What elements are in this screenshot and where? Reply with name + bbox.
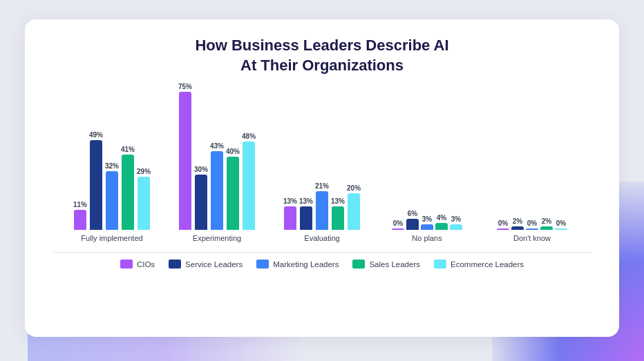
chart-card: How Business Leaders Describe AI At Thei… [25,19,619,337]
chart-title: How Business Leaders Describe AI At Thei… [53,36,591,75]
bar-wrap: 41% [121,146,135,230]
legend-item: CIOs [120,260,155,269]
bar-value-label: 0% [527,219,537,227]
bar-value-label: 0% [556,219,566,227]
legend-item: Service Leaders [169,260,243,269]
bar-rect [179,92,191,230]
legend-swatch [120,260,133,269]
legend-swatch [352,260,365,269]
bar-value-label: 48% [242,133,256,140]
bar-value-label: 2% [542,217,551,225]
legend-item: Ecommerce Leaders [434,260,524,269]
bars-container: 0%6%3%4%3% [392,92,462,230]
bar-wrap: 11% [73,201,87,230]
bar-rect [74,210,86,230]
bar-rect [227,157,239,231]
bar-value-label: 13% [331,197,345,205]
bar-wrap: 2% [511,217,524,230]
bar-rect [406,219,419,230]
legend: CIOsService LeadersMarketing LeadersSale… [53,252,591,269]
bar-group: 0%6%3%4%3%No plans [375,92,480,242]
legend-label: Service Leaders [185,260,243,269]
bar-value-label: 75% [178,83,192,90]
bars-container: 0%2%0%2%0% [497,92,567,230]
bar-wrap: 0% [392,219,404,230]
bar-value-label: 49% [89,131,103,139]
bar-value-label: 0% [498,219,508,227]
bar-wrap: 32% [105,162,119,230]
bar-wrap: 3% [450,215,462,230]
bar-rect [555,228,567,230]
bar-value-label: 40% [226,148,240,155]
bar-rect [138,177,150,230]
legend-item: Marketing Leaders [256,260,339,269]
bar-group: 75%30%43%40%48%Experimenting [164,92,269,242]
legend-label: Sales Leaders [369,260,420,269]
bar-value-label: 4% [437,214,446,222]
bar-wrap: 30% [194,166,208,230]
bar-rect [211,151,223,231]
bar-rect [450,224,462,230]
bar-wrap: 13% [331,197,345,231]
bar-wrap: 48% [242,133,256,230]
bar-value-label: 29% [137,168,151,175]
bar-rect [392,228,404,230]
bar-rect [195,175,207,230]
bar-value-label: 13% [299,197,313,205]
bar-rect [300,206,312,231]
bar-wrap: 75% [178,83,192,230]
legend-row: Sales LeadersEcommerce Leaders [352,260,524,269]
legend-item: Sales Leaders [352,260,420,269]
bar-rect [435,223,448,231]
bar-group: 13%13%21%13%20%Evaluating [269,92,375,242]
bar-wrap: 13% [299,197,313,231]
bar-rect [497,228,509,230]
bar-wrap: 29% [137,168,151,230]
group-label: Experimenting [193,234,241,242]
bar-rect [332,206,344,231]
bar-value-label: 32% [105,162,119,170]
bar-rect [243,142,255,230]
bar-value-label: 2% [513,217,522,225]
legend-label: CIOs [137,260,155,269]
bar-value-label: 13% [283,197,297,205]
bar-rect [511,226,524,230]
bar-wrap: 3% [421,215,433,230]
bar-value-label: 3% [422,215,432,223]
group-label: Don't know [513,234,551,242]
group-label: No plans [412,234,442,242]
bar-value-label: 0% [393,219,403,227]
bar-wrap: 0% [497,219,509,230]
bar-rect [284,206,296,231]
bar-value-label: 11% [73,201,87,208]
bar-rect [316,191,328,230]
legend-row: CIOsService LeadersMarketing Leaders [120,260,339,269]
bar-rect [526,228,538,230]
bar-wrap: 40% [226,148,240,231]
chart-area: 11%49%32%41%29%Fully implemented75%30%43… [53,90,591,242]
legend-swatch [169,260,181,269]
bar-rect [122,155,134,230]
bar-wrap: 20% [347,184,361,230]
bar-rect [421,224,433,230]
bar-rect [540,226,553,230]
bar-rect [348,193,360,230]
bar-wrap: 21% [315,182,329,230]
bar-wrap: 49% [89,131,103,231]
bar-wrap: 43% [210,142,224,231]
bar-value-label: 20% [347,184,361,192]
bar-value-label: 43% [210,142,224,150]
bars-container: 11%49%32%41%29% [73,92,151,230]
bar-rect [90,140,102,231]
bar-wrap: 13% [283,197,297,231]
bar-value-label: 30% [194,166,208,173]
bar-rect [106,171,118,230]
legend-swatch [256,260,269,269]
bar-wrap: 4% [435,214,448,231]
bars-container: 75%30%43%40%48% [178,92,256,230]
bar-wrap: 6% [406,210,419,230]
bars-container: 13%13%21%13%20% [283,92,361,230]
bar-group: 11%49%32%41%29%Fully implemented [59,92,164,242]
group-label: Fully implemented [81,234,142,242]
bar-value-label: 3% [451,215,461,223]
